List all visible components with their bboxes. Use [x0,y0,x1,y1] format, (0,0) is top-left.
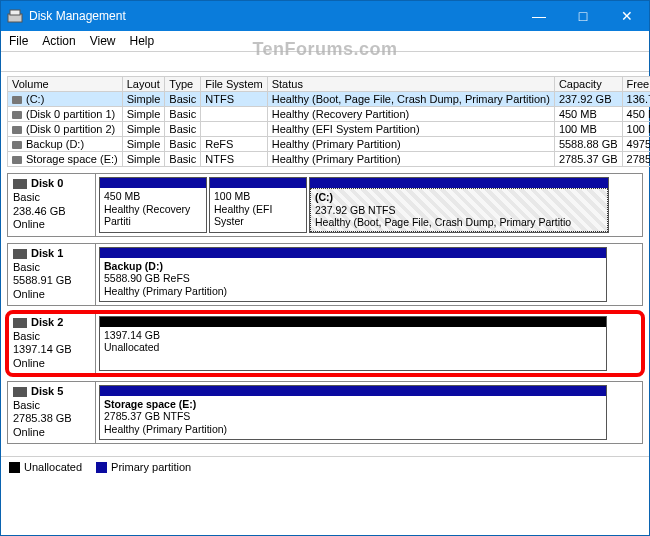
partition-stripe [100,178,206,188]
partition-stripe [100,317,606,327]
partition-stripe [100,248,606,258]
partition-stripe [310,178,608,188]
col-free[interactable]: Free Space [622,77,650,92]
partition[interactable]: (C:)237.92 GB NTFSHealthy (Boot, Page Fi… [309,177,609,233]
maximize-button[interactable]: □ [561,1,605,31]
volume-icon [12,156,22,164]
disk-management-window: Disk Management — □ ✕ File Action View H… [0,0,650,536]
legend-unallocated: Unallocated [9,461,82,474]
col-status[interactable]: Status [267,77,554,92]
legend-primary: Primary partition [96,461,191,474]
partition-stripe [210,178,306,188]
partition-label: Storage space (E:)2785.37 GB NTFSHealthy… [100,396,606,439]
legend-chip-primary [96,462,107,473]
partition-label: (C:)237.92 GB NTFSHealthy (Boot, Page Fi… [310,188,608,232]
svg-rect-1 [10,10,20,15]
menu-action[interactable]: Action [42,34,75,48]
disk-header: Disk 5Basic2785.38 GBOnline [8,382,96,443]
minimize-button[interactable]: — [517,1,561,31]
close-button[interactable]: ✕ [605,1,649,31]
disk-body: Backup (D:)5588.90 GB ReFSHealthy (Prima… [96,244,642,305]
partition[interactable]: 100 MBHealthy (EFI Syster [209,177,307,233]
disk-header: Disk 1Basic5588.91 GBOnline [8,244,96,305]
disk-body: 1397.14 GBUnallocated [96,313,642,374]
disk-icon [13,387,27,397]
menu-view[interactable]: View [90,34,116,48]
volume-header-row[interactable]: Volume Layout Type File System Status Ca… [8,77,651,92]
disk-row[interactable]: Disk 0Basic238.46 GBOnline450 MBHealthy … [7,173,643,237]
disk-row[interactable]: Disk 5Basic2785.38 GBOnlineStorage space… [7,381,643,444]
col-layout[interactable]: Layout [122,77,165,92]
disk-icon [13,179,27,189]
menu-help[interactable]: Help [130,34,155,48]
col-volume[interactable]: Volume [8,77,123,92]
volume-list[interactable]: Volume Layout Type File System Status Ca… [7,76,650,167]
partition-label: 450 MBHealthy (Recovery Partiti [100,188,206,232]
disk-header: Disk 2Basic1397.14 GBOnline [8,313,96,374]
partition[interactable]: 450 MBHealthy (Recovery Partiti [99,177,207,233]
partition-label: 1397.14 GBUnallocated [100,327,606,370]
volume-icon [12,96,22,104]
menu-bar: File Action View Help [1,31,649,52]
col-capacity[interactable]: Capacity [554,77,622,92]
volume-row[interactable]: (Disk 0 partition 1)SimpleBasicHealthy (… [8,107,651,122]
title-bar[interactable]: Disk Management — □ ✕ [1,1,649,31]
partition-stripe [100,386,606,396]
volume-icon [12,141,22,149]
toolbar [1,52,649,72]
col-type[interactable]: Type [165,77,201,92]
legend: Unallocated Primary partition [1,456,649,478]
volume-row[interactable]: Backup (D:)SimpleBasicReFSHealthy (Prima… [8,137,651,152]
partition[interactable]: Backup (D:)5588.90 GB ReFSHealthy (Prima… [99,247,607,302]
partition[interactable]: Storage space (E:)2785.37 GB NTFSHealthy… [99,385,607,440]
partition-label: 100 MBHealthy (EFI Syster [210,188,306,232]
legend-chip-unalloc [9,462,20,473]
volume-icon [12,111,22,119]
volume-row[interactable]: Storage space (E:)SimpleBasicNTFSHealthy… [8,152,651,167]
partition[interactable]: 1397.14 GBUnallocated [99,316,607,371]
window-title: Disk Management [29,9,517,23]
disk-header: Disk 0Basic238.46 GBOnline [8,174,96,236]
menu-file[interactable]: File [9,34,28,48]
disk-body: Storage space (E:)2785.37 GB NTFSHealthy… [96,382,642,443]
disk-row[interactable]: Disk 1Basic5588.91 GBOnlineBackup (D:)55… [7,243,643,306]
content-area: Volume Layout Type File System Status Ca… [1,72,649,456]
disk-map: Disk 0Basic238.46 GBOnline450 MBHealthy … [7,173,643,444]
disk-icon [13,318,27,328]
app-icon [7,8,23,24]
volume-icon [12,126,22,134]
disk-body: 450 MBHealthy (Recovery Partiti100 MBHea… [96,174,642,236]
disk-row[interactable]: Disk 2Basic1397.14 GBOnline1397.14 GBUna… [7,312,643,375]
col-fs[interactable]: File System [201,77,267,92]
disk-icon [13,249,27,259]
volume-row[interactable]: (C:)SimpleBasicNTFSHealthy (Boot, Page F… [8,92,651,107]
volume-row[interactable]: (Disk 0 partition 2)SimpleBasicHealthy (… [8,122,651,137]
partition-label: Backup (D:)5588.90 GB ReFSHealthy (Prima… [100,258,606,301]
